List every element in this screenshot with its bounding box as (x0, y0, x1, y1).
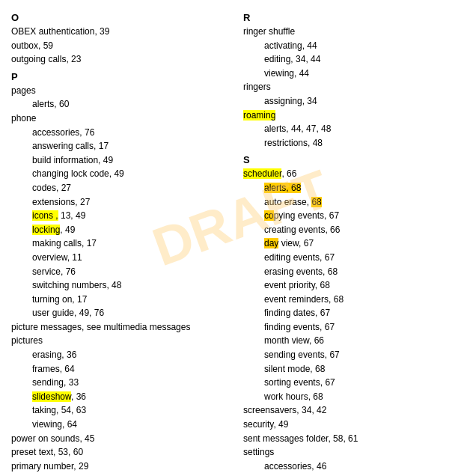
list-item: ringers (243, 80, 453, 94)
list-item: primary number, 29 (11, 460, 221, 474)
section-o-letter: O (11, 12, 221, 23)
list-item: settings (243, 445, 453, 460)
list-item: ringer shuffle (243, 25, 453, 39)
list-item: outbox, 59 (11, 39, 221, 53)
list-item: picture messages, see multimedia message… (11, 320, 221, 335)
list-item: sorting events, 67 (243, 376, 453, 390)
highlight: slideshow (32, 391, 71, 402)
list-item: sending events, 67 (243, 348, 453, 362)
list-item: alerts, 60 (11, 97, 221, 112)
list-item: editing, 34, 44 (243, 52, 453, 67)
list-item: pages (11, 84, 221, 98)
list-item: viewing, 44 (243, 67, 453, 81)
list-item: turning on, 17 (11, 293, 221, 307)
list-item: viewing, 64 (11, 418, 221, 432)
list-item: work hours, 68 (243, 390, 453, 404)
list-item: pictures (11, 334, 221, 348)
list-item: sending, 33 (11, 376, 221, 390)
list-item: creating events, 66 (243, 223, 453, 237)
highlight: co (264, 210, 274, 221)
list-item: outgoing calls, 23 (11, 52, 221, 67)
list-item: OBEX authentication, 39 (11, 25, 221, 39)
page-container: DRAFT O OBEX authentication, 39 outbox, … (0, 0, 464, 476)
list-item: erasing events, 68 (243, 265, 453, 279)
list-item: copying events, 67 (243, 209, 453, 223)
list-item: extensions, 27 (11, 195, 221, 210)
highlight: scheduler (243, 168, 281, 179)
list-item: build information, 49 (11, 153, 221, 168)
list-item: event reminders, 68 (243, 293, 453, 307)
list-item: roaming (243, 109, 453, 123)
list-item: restrictions, 48 (243, 136, 453, 150)
list-item: locking, 49 (11, 223, 221, 237)
list-item: answering calls, 17 (11, 139, 221, 153)
highlight: icons , (32, 210, 58, 221)
highlight: day (264, 238, 278, 248)
list-item: month view, 66 (243, 334, 453, 348)
list-item: alarm clock, 69 (243, 473, 453, 476)
highlight: 68 (311, 197, 321, 207)
list-item: security, 49 (243, 418, 453, 432)
right-column: R ringer shuffle activating, 44 editing,… (236, 7, 453, 476)
list-item: sent messages folder, 58, 61 (243, 432, 453, 446)
list-item: overview, 11 (11, 251, 221, 265)
list-item: power on sounds, 45 (11, 432, 221, 446)
list-item: screensavers, 34, 42 (243, 403, 453, 418)
highlight: roaming (243, 110, 275, 120)
list-item: scheduler, 66 (243, 167, 453, 181)
list-item: changing lock code, 49 (11, 167, 221, 181)
section-r-letter: R (243, 12, 453, 23)
list-item: erasing, 36 (11, 348, 221, 362)
content-area: O OBEX authentication, 39 outbox, 59 out… (0, 0, 464, 476)
list-item: silent mode, 68 (243, 362, 453, 376)
list-item: accessories, 76 (11, 126, 221, 140)
list-item: alerts, 68 (243, 181, 453, 195)
list-item: day view, 67 (243, 237, 453, 251)
list-item: service, 76 (11, 265, 221, 279)
list-item: switching numbers, 48 (11, 278, 221, 293)
left-column: O OBEX authentication, 39 outbox, 59 out… (11, 7, 228, 476)
list-item: frames, 64 (11, 362, 221, 376)
list-item: editing events, 67 (243, 251, 453, 265)
section-s-letter: S (243, 154, 453, 165)
list-item: accessories, 46 (243, 460, 453, 474)
list-item: activating, 44 (243, 39, 453, 53)
highlight: locking (32, 225, 60, 235)
list-item: alerts, 44, 47, 48 (243, 122, 453, 136)
list-item: user guide, 49, 76 (11, 306, 221, 320)
list-item: codes, 27 (11, 181, 221, 195)
list-item: finding events, 67 (243, 320, 453, 335)
list-item: finding dates, 67 (243, 306, 453, 320)
list-item: preset text, 53, 60 (11, 445, 221, 460)
list-item: making calls, 17 (11, 237, 221, 251)
list-item: slideshow, 36 (11, 390, 221, 404)
list-item: taking, 54, 63 (11, 403, 221, 418)
section-p-letter: P (11, 71, 221, 82)
list-item: phone (11, 112, 221, 126)
list-item: auto erase, 68 (243, 195, 453, 210)
list-item: assigning, 34 (243, 94, 453, 109)
list-item: event priority, 68 (243, 278, 453, 293)
list-item: icons , 13, 49 (11, 209, 221, 223)
highlight: alerts, 68 (264, 183, 301, 193)
